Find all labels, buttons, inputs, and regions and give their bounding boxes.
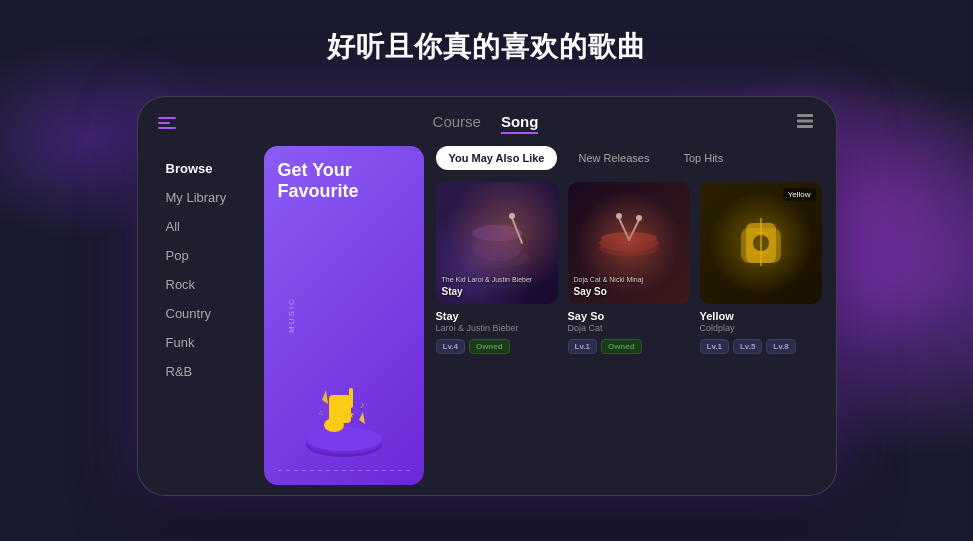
banner-title: Get Your Favourite (278, 160, 410, 203)
sidebar-item-rnb[interactable]: R&B (158, 359, 258, 384)
svg-point-25 (636, 215, 642, 221)
svg-rect-2 (797, 125, 813, 128)
svg-point-21 (601, 232, 657, 244)
yellow-badge-lv8: Lv.8 (766, 339, 795, 354)
yellow-visual (716, 198, 806, 288)
featured-banner[interactable]: Get Your Favourite MUSIC (264, 146, 424, 485)
tab-course[interactable]: Course (433, 113, 481, 134)
song-cards: The Kid Laroi & Justin Bieber Stay Stay … (436, 182, 822, 485)
svg-text:♪: ♪ (360, 400, 365, 410)
song-thumbnail-yellow: Yellow (700, 182, 822, 304)
sayso-name: Say So (568, 310, 690, 322)
svg-rect-1 (797, 119, 813, 122)
content-area: Get Your Favourite MUSIC (258, 146, 836, 495)
sidebar-item-funk[interactable]: Funk (158, 330, 258, 355)
svg-point-28 (753, 235, 769, 251)
song-card-sayso[interactable]: Doja Cat & Nicki Minaj Say So Say So Doj… (568, 182, 690, 485)
sidebar-item-country[interactable]: Country (158, 301, 258, 326)
device-container: Course Song Browse My Library All Pop Ro… (137, 96, 837, 496)
svg-point-16 (472, 225, 522, 241)
svg-rect-8 (349, 388, 353, 408)
filter-tabs: You May Also Like New Releases Top Hits (436, 146, 822, 170)
banner-side-text: MUSIC (287, 297, 296, 333)
yellow-overlay-label: Yellow (783, 188, 816, 201)
yellow-badges: Lv.1 Lv.5 Lv.8 (700, 339, 822, 354)
stay-badge-lv4: Lv.4 (436, 339, 465, 354)
menu-icon[interactable] (158, 117, 176, 129)
filter-tab-new-releases[interactable]: New Releases (565, 146, 662, 170)
svg-line-23 (629, 220, 639, 240)
music-note-illustration: ★ ♪ ♫ (294, 370, 394, 470)
filter-tab-top-hits[interactable]: Top Hits (670, 146, 736, 170)
yellow-badge-lv1: Lv.1 (700, 339, 729, 354)
sidebar-item-all[interactable]: All (158, 214, 258, 239)
stay-name: Stay (436, 310, 558, 322)
svg-marker-13 (359, 410, 368, 424)
songs-section: You May Also Like New Releases Top Hits (436, 146, 822, 485)
top-bar: Course Song (138, 97, 836, 146)
yellow-name: Yellow (700, 310, 822, 322)
yellow-badge-lv5: Lv.5 (733, 339, 762, 354)
song-thumbnail-sayso: Doja Cat & Nicki Minaj Say So (568, 182, 690, 304)
filter-tab-you-may-like[interactable]: You May Also Like (436, 146, 558, 170)
list-view-icon[interactable] (795, 111, 815, 136)
yellow-artist: Coldplay (700, 323, 822, 333)
main-content: Browse My Library All Pop Rock Country F… (138, 146, 836, 495)
yellow-info: Yellow Coldplay (700, 310, 822, 333)
sidebar-item-library[interactable]: My Library (158, 185, 258, 210)
svg-rect-27 (746, 223, 776, 263)
banner-divider (278, 470, 410, 471)
song-card-yellow[interactable]: Yellow Yellow Coldplay Lv.1 Lv.5 Lv.8 (700, 182, 822, 485)
svg-text:♫: ♫ (318, 409, 323, 416)
sayso-badge-owned: Owned (601, 339, 642, 354)
stay-overlay-label: The Kid Laroi & Justin Bieber Stay (442, 275, 533, 297)
page-title: 好听且你真的喜欢的歌曲 (0, 28, 973, 66)
svg-point-7 (324, 418, 344, 432)
svg-line-22 (619, 218, 629, 240)
sayso-badge-lv1: Lv.1 (568, 339, 597, 354)
song-card-stay[interactable]: The Kid Laroi & Justin Bieber Stay Stay … (436, 182, 558, 485)
tab-song[interactable]: Song (501, 113, 539, 134)
stay-info: Stay Laroi & Justin Bieber (436, 310, 558, 333)
sidebar-item-rock[interactable]: Rock (158, 272, 258, 297)
svg-point-24 (616, 213, 622, 219)
sidebar-item-pop[interactable]: Pop (158, 243, 258, 268)
sayso-overlay-label: Doja Cat & Nicki Minaj Say So (574, 275, 644, 297)
nav-tabs: Course Song (433, 113, 539, 134)
stay-artist: Laroi & Justin Bieber (436, 323, 558, 333)
svg-rect-26 (741, 228, 781, 263)
sidebar: Browse My Library All Pop Rock Country F… (138, 146, 258, 495)
stay-badge-owned: Owned (469, 339, 510, 354)
song-thumbnail-stay: The Kid Laroi & Justin Bieber Stay (436, 182, 558, 304)
sayso-badges: Lv.1 Owned (568, 339, 690, 354)
sayso-info: Say So Doja Cat (568, 310, 690, 333)
svg-point-18 (509, 213, 515, 219)
svg-point-20 (599, 235, 659, 251)
svg-point-14 (465, 248, 529, 268)
svg-point-5 (306, 427, 382, 451)
svg-text:★: ★ (346, 409, 355, 420)
sayso-visual (584, 198, 674, 288)
stay-visual (452, 198, 542, 288)
svg-rect-15 (472, 233, 522, 261)
svg-line-17 (512, 218, 522, 243)
stay-badges: Lv.4 Owned (436, 339, 558, 354)
sayso-artist: Doja Cat (568, 323, 690, 333)
svg-point-19 (599, 240, 659, 256)
sidebar-item-browse[interactable]: Browse (158, 156, 258, 181)
svg-rect-0 (797, 114, 813, 117)
